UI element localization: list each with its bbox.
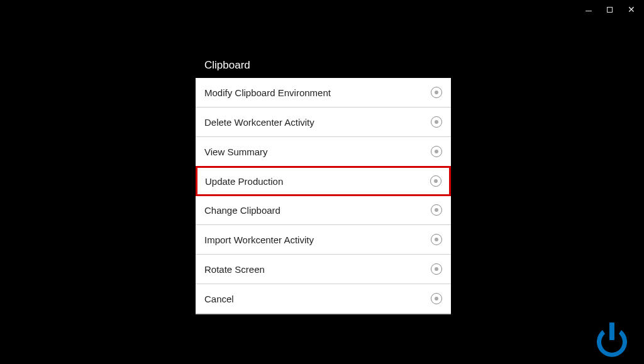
radio-icon [431,116,442,128]
close-icon[interactable]: ✕ [628,5,635,14]
radio-icon [431,87,442,98]
menu-item-label: Change Clipboard [204,205,280,216]
menu-item-label: Modify Clipboard Environment [204,87,331,98]
menu-item-view-summary[interactable]: View Summary [196,137,451,167]
brand-logo-icon [590,319,634,364]
menu-item-modify-clipboard-environment[interactable]: Modify Clipboard Environment [196,78,451,108]
menu-item-label: Update Production [205,176,283,187]
dialog-menu-list: Modify Clipboard Environment Delete Work… [196,78,451,314]
minimize-icon[interactable] [586,8,592,11]
radio-icon [431,293,442,304]
radio-icon [431,146,442,157]
menu-item-label: Delete Workcenter Activity [204,117,314,128]
radio-icon [430,175,441,187]
menu-item-label: Rotate Screen [204,264,265,275]
menu-item-change-clipboard[interactable]: Change Clipboard [196,196,451,225]
svg-rect-0 [609,323,614,340]
dialog-title: Clipboard [196,53,451,78]
clipboard-dialog: Clipboard Modify Clipboard Environment D… [196,53,451,314]
menu-item-update-production[interactable]: Update Production [196,166,451,196]
window-controls: ✕ [577,0,644,19]
radio-icon [431,263,442,275]
maximize-icon[interactable] [607,7,613,13]
menu-item-delete-workcenter-activity[interactable]: Delete Workcenter Activity [196,108,451,137]
menu-item-rotate-screen[interactable]: Rotate Screen [196,255,451,284]
menu-item-label: Cancel [204,294,234,304]
radio-icon [431,234,442,245]
menu-item-label: Import Workcenter Activity [204,234,314,245]
menu-item-label: View Summary [204,146,268,157]
radio-icon [431,204,442,216]
menu-item-cancel[interactable]: Cancel [196,284,451,314]
menu-item-import-workcenter-activity[interactable]: Import Workcenter Activity [196,225,451,255]
